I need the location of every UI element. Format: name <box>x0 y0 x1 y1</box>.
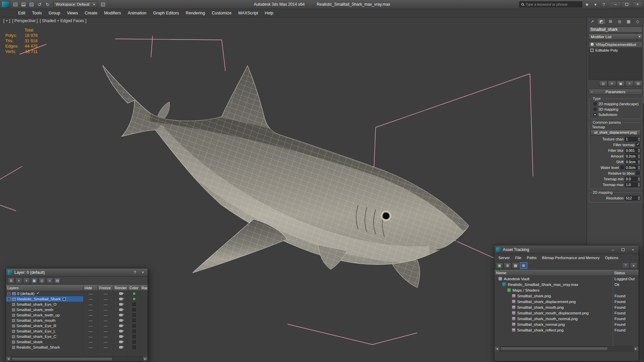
freeze-all-layers-icon[interactable]: ▤ <box>54 278 61 284</box>
communication-center-button[interactable]: ▾ <box>592 1 599 8</box>
color-swatch[interactable] <box>132 335 136 338</box>
layer-horizontal-scrollbar[interactable]: ◀ ▶ <box>6 356 148 361</box>
layer-color-cell[interactable] <box>128 296 140 302</box>
create-tab-icon[interactable]: ↗ <box>588 18 597 25</box>
render-toggle[interactable] <box>113 323 128 328</box>
radio-icon[interactable] <box>593 113 597 116</box>
modify-tab-icon[interactable]: ◩ <box>597 18 606 25</box>
spinner-field[interactable]: 0.2cm ▲▼ <box>625 154 641 159</box>
color-swatch[interactable] <box>132 329 136 333</box>
layer-row[interactable]: + Smalltail_shark_teeth_up — — <box>6 312 148 318</box>
spinner-field[interactable]: 0.0 ▲▼ <box>625 177 641 181</box>
favorites-button[interactable]: ★ <box>583 1 591 8</box>
shark-model[interactable] <box>103 65 469 288</box>
close-button[interactable]: × <box>632 1 643 8</box>
current-layer-mark[interactable] <box>57 319 61 322</box>
layer-color-cell[interactable] <box>128 302 140 307</box>
layer-color-cell[interactable] <box>128 323 140 328</box>
asset-row[interactable]: Smalltail_shark_mouth_displacement.png F… <box>494 310 639 316</box>
asset-menu-item[interactable]: Options <box>602 256 621 260</box>
redo-button[interactable]: ↻ <box>44 1 51 8</box>
spinner-field[interactable]: 1 ▲▼ <box>625 137 641 141</box>
color-swatch[interactable] <box>132 297 136 301</box>
asset-row[interactable]: Maps / Shaders <box>494 287 639 293</box>
highlight-selected-layer-icon[interactable]: ◎ <box>39 278 45 284</box>
current-layer-mark[interactable] <box>63 298 66 301</box>
menu-item[interactable]: Graph Editors <box>150 9 182 17</box>
modifier-list-dropdown[interactable]: Modifier List ▼ <box>589 34 642 40</box>
spinner-field[interactable]: 1.0 ▲▼ <box>625 182 641 187</box>
current-layer-mark[interactable] <box>58 335 62 338</box>
freeze-toggle[interactable]: — <box>98 323 113 328</box>
create-new-layer-icon[interactable]: ≣ <box>8 278 14 284</box>
maximize-button[interactable] <box>621 1 632 8</box>
hide-toggle[interactable]: — <box>83 339 98 345</box>
menu-item[interactable]: Customize <box>208 9 235 17</box>
scroll-left-icon[interactable]: ◀ <box>6 357 11 361</box>
viewport-label-part[interactable]: [ Shaded + Edged Faces ] <box>40 18 86 23</box>
hide-toggle[interactable]: — <box>83 334 98 339</box>
asset-help-menu-icon[interactable]: ▾ <box>630 262 637 269</box>
asset-row[interactable]: Smalltail_shark_mouth.png Found <box>494 304 639 310</box>
render-toggle[interactable] <box>113 334 128 339</box>
current-layer-mark[interactable] <box>45 340 48 344</box>
freeze-toggle[interactable]: — <box>98 345 113 350</box>
layer-column-header[interactable]: Layers <box>6 285 83 291</box>
remove-modifier-icon[interactable]: × <box>625 81 634 86</box>
layer-column-header[interactable]: Hide <box>83 285 98 291</box>
current-layer-mark[interactable] <box>62 346 66 349</box>
menu-item[interactable]: Create <box>82 9 101 17</box>
layer-color-cell[interactable] <box>128 334 140 339</box>
layer-column-header[interactable]: Rad <box>140 285 148 291</box>
checkbox[interactable] <box>620 166 624 169</box>
asset-row[interactable]: Autodesk Vault Logged Out <box>494 276 639 282</box>
layer-name-cell[interactable]: + 0 (default) <box>6 291 83 296</box>
scroll-right-icon[interactable]: ▶ <box>143 357 148 361</box>
hide-toggle[interactable]: — <box>83 296 98 302</box>
render-toggle[interactable] <box>113 291 128 296</box>
hierarchy-tab-icon[interactable]: ⊞ <box>606 18 615 25</box>
dialog-maximize-button[interactable] <box>619 247 627 253</box>
color-swatch[interactable] <box>132 303 136 306</box>
asset-name-cell[interactable]: Realistic_Smalltail_Shark_max_vray.max <box>494 282 612 287</box>
spinner-arrows-icon[interactable]: ▲▼ <box>637 177 640 181</box>
open-file-button[interactable] <box>20 1 27 8</box>
freeze-toggle[interactable]: — <box>98 302 113 307</box>
thumbnail-view-icon[interactable]: ⊞ <box>520 262 527 269</box>
checkbox[interactable] <box>636 143 640 146</box>
asset-menu-item[interactable]: Bitmap Performance and Memory <box>539 256 602 260</box>
workspace-options-button[interactable] <box>99 1 107 8</box>
menu-item[interactable]: Animation <box>124 9 150 17</box>
spinner-field[interactable]: 0.001 ▲▼ <box>625 148 641 153</box>
freeze-toggle[interactable]: — <box>98 312 113 318</box>
scrollbar-thumb[interactable] <box>500 347 608 351</box>
hide-toggle[interactable]: — <box>83 307 98 312</box>
asset-name-cell[interactable]: Maps / Shaders <box>494 287 612 293</box>
type-radio-option[interactable]: 3D mapping <box>590 107 641 112</box>
asset-menu-item[interactable]: File <box>513 256 524 260</box>
layer-name-cell[interactable]: + Smalltail_shark <box>6 339 83 345</box>
infocenter-search-box[interactable] <box>519 1 582 7</box>
select-highlighted-layer-icon[interactable]: ▣ <box>31 278 38 284</box>
scroll-right-icon[interactable]: ▶ <box>633 347 638 351</box>
hide-toggle[interactable]: — <box>83 345 98 350</box>
asset-menu-item[interactable]: Server <box>496 256 513 260</box>
asset-name-cell[interactable]: Smalltail_shark_displacement.png <box>494 299 612 304</box>
delete-layer-icon[interactable]: × <box>15 278 22 284</box>
report-view-icon[interactable]: ≣ <box>504 262 511 269</box>
layer-name-cell[interactable]: + Realistic_Smalltail_Shark <box>6 296 83 302</box>
layer-color-cell[interactable] <box>128 312 140 318</box>
save-file-button[interactable] <box>28 1 35 8</box>
hide-toggle[interactable]: — <box>83 291 98 296</box>
status-column-header[interactable]: Status <box>612 270 639 276</box>
menu-item[interactable]: Edit <box>15 9 29 17</box>
layer-name-cell[interactable]: + Smalltail_shark_mouth <box>6 318 83 323</box>
asset-name-cell[interactable]: Smalltail_shark_mouth.png <box>494 304 612 310</box>
freeze-toggle[interactable]: — <box>98 307 113 312</box>
spinner-field[interactable]: 0.0cm ▲▼ <box>625 160 641 164</box>
utilities-tab-icon[interactable]: ◇ <box>633 18 642 25</box>
asset-row[interactable]: Realistic_Smalltail_Shark_max_vray.max O… <box>494 282 639 287</box>
layer-name-cell[interactable]: + Smalltail_shark_Eye_C <box>6 334 83 339</box>
dialog-help-button[interactable]: ? <box>132 269 138 276</box>
hide-toggle[interactable]: — <box>83 312 98 318</box>
